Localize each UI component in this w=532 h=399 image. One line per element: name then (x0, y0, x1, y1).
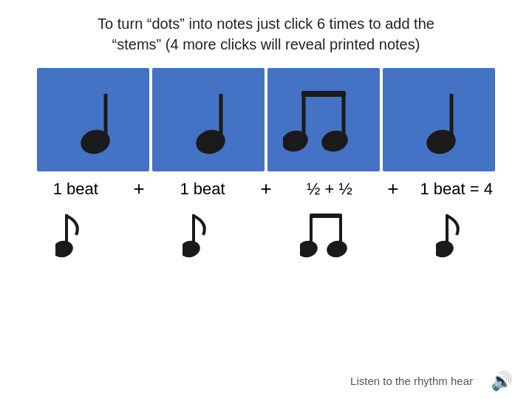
label-beat2: 1 beat (149, 180, 256, 199)
svg-point-6 (283, 128, 310, 154)
svg-point-17 (300, 238, 319, 259)
note-quarter-2 (183, 79, 234, 160)
svg-rect-4 (301, 91, 346, 97)
bottom-note-svg-4 (436, 207, 477, 262)
bottom-note-3 (276, 205, 383, 264)
svg-rect-15 (310, 214, 342, 218)
label-fraction: ½ + ½ (276, 180, 383, 199)
blue-cell-1[interactable] (37, 68, 149, 171)
blue-cell-4[interactable] (383, 68, 495, 171)
bottom-note-svg-3 (300, 207, 359, 262)
bottom-note-4 (403, 205, 510, 264)
label-equation: 1 beat = 4 (403, 180, 510, 199)
note-eighth-pair (283, 79, 364, 160)
label-beat1: 1 beat (22, 180, 129, 199)
note-quarter-4 (413, 79, 465, 160)
header-line1: To turn “dots” into notes just click 6 t… (98, 16, 434, 32)
header-line2: “stems” (4 more clicks will reveal print… (112, 36, 420, 52)
blue-cell-2[interactable] (152, 68, 265, 171)
blue-notes-row (0, 68, 532, 171)
listen-label: Listen to the rhythm hear (350, 375, 473, 387)
plus2: + (256, 177, 276, 200)
speaker-icon[interactable]: 🔊 (491, 371, 513, 392)
note-half-1 (67, 79, 119, 160)
svg-point-19 (325, 238, 349, 259)
bottom-note-2 (149, 205, 256, 264)
bottom-note-svg-2 (183, 207, 223, 262)
bottom-note-1 (22, 205, 129, 264)
svg-point-12 (55, 238, 75, 259)
header-text: To turn “dots” into notes just click 6 t… (0, 0, 532, 65)
plus3: + (383, 177, 403, 200)
svg-point-8 (319, 128, 350, 154)
plus1: + (129, 177, 149, 200)
svg-point-21 (436, 238, 455, 259)
blue-cell-3[interactable] (267, 68, 380, 171)
svg-point-14 (183, 238, 202, 259)
bottom-note-svg-1 (55, 207, 96, 262)
